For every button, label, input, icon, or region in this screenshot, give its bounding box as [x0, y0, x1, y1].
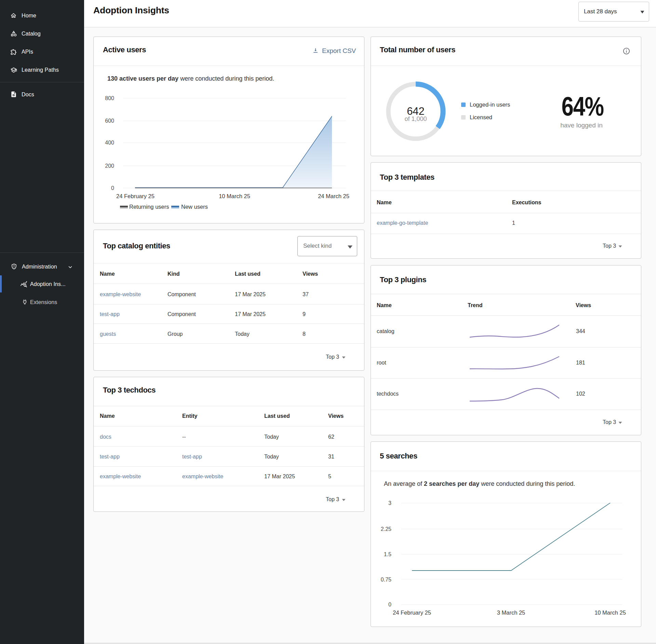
svg-text:0.75: 0.75 [381, 577, 391, 583]
svg-text:10 March 25: 10 March 25 [594, 609, 626, 616]
svg-text:3 March 25: 3 March 25 [497, 609, 525, 616]
svg-text:1.5: 1.5 [384, 551, 391, 557]
svg-text:0: 0 [111, 185, 114, 191]
svg-text:400: 400 [105, 140, 114, 146]
svg-text:0: 0 [388, 602, 391, 607]
svg-text:10 March 25: 10 March 25 [219, 193, 250, 199]
svg-text:200: 200 [105, 163, 114, 169]
svg-text:24 February 25: 24 February 25 [116, 193, 155, 199]
svg-text:3: 3 [388, 500, 391, 506]
svg-text:2.25: 2.25 [381, 526, 391, 532]
svg-text:24 February 25: 24 February 25 [393, 609, 431, 616]
svg-text:24 March 25: 24 March 25 [318, 193, 349, 199]
svg-text:600: 600 [105, 118, 114, 124]
svg-text:800: 800 [105, 95, 114, 101]
